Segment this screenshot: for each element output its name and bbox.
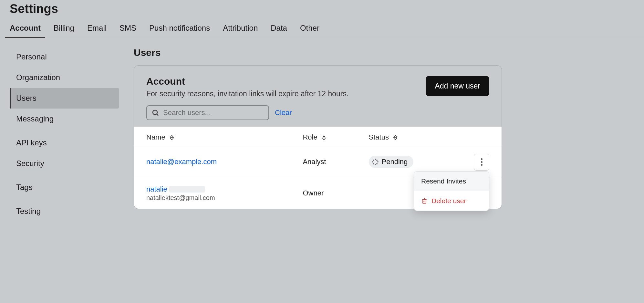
tab-attribution[interactable]: Attribution (223, 19, 258, 38)
tab-email[interactable]: Email (87, 19, 107, 38)
sidebar-item-organization[interactable]: Organization (10, 67, 119, 88)
trash-icon (421, 197, 428, 204)
svg-line-1 (157, 114, 159, 116)
clear-search-link[interactable]: Clear (275, 109, 292, 117)
tab-push-notifications[interactable]: Push notifications (149, 19, 210, 38)
add-new-user-button[interactable]: Add new user (426, 76, 489, 96)
top-tabs: AccountBillingEmailSMSPush notifications… (0, 19, 644, 38)
tab-billing[interactable]: Billing (54, 19, 74, 38)
sort-icon (322, 135, 326, 140)
sort-icon (170, 135, 174, 140)
search-icon (151, 109, 159, 117)
sidebar-item-security[interactable]: Security (10, 153, 119, 174)
sidebar-item-api-keys[interactable]: API keys (10, 132, 119, 153)
search-box[interactable] (146, 105, 269, 120)
section-title: Users (134, 47, 644, 58)
svg-point-0 (153, 110, 157, 115)
status-badge: Pending (369, 156, 414, 168)
column-header-name[interactable]: Name (134, 127, 296, 146)
delete-user-menu-item[interactable]: Delete user (414, 191, 489, 211)
user-name-link[interactable]: natalie@example.com (146, 158, 217, 166)
sidebar-item-testing[interactable]: Testing (10, 201, 119, 222)
sidebar-item-tags[interactable]: Tags (10, 177, 119, 198)
card-subtitle: For security reasons, invitation links w… (146, 89, 348, 98)
tab-other[interactable]: Other (300, 19, 319, 38)
column-header-status[interactable]: Status (362, 127, 467, 146)
search-input[interactable] (163, 109, 264, 117)
tab-sms[interactable]: SMS (119, 19, 136, 38)
loading-spinner-icon (372, 159, 379, 165)
page-title: Settings (10, 0, 634, 19)
sort-icon (393, 135, 397, 140)
sidebar-item-personal[interactable]: Personal (10, 47, 119, 67)
delete-user-label: Delete user (431, 197, 466, 205)
more-vertical-icon (481, 158, 483, 166)
row-actions-menu: Resend Invites Delete user (414, 171, 489, 211)
user-name-link[interactable]: natalie (146, 185, 167, 193)
user-email: nataliektest@gmail.com (146, 194, 290, 202)
redacted-text (169, 186, 205, 193)
sidebar-item-messaging[interactable]: Messaging (10, 109, 119, 129)
column-header-role[interactable]: Role (296, 127, 362, 146)
resend-invites-menu-item[interactable]: Resend Invites (414, 172, 489, 191)
user-role: Analyst (296, 146, 362, 178)
tab-data[interactable]: Data (271, 19, 287, 38)
users-card: Account For security reasons, invitation… (134, 65, 502, 209)
row-actions-button[interactable] (474, 154, 489, 171)
card-title: Account (146, 76, 348, 87)
user-role: Owner (296, 178, 362, 209)
sidebar: PersonalOrganizationUsersMessagingAPI ke… (0, 38, 129, 230)
tab-account[interactable]: Account (10, 19, 41, 38)
sidebar-item-users[interactable]: Users (10, 88, 119, 109)
